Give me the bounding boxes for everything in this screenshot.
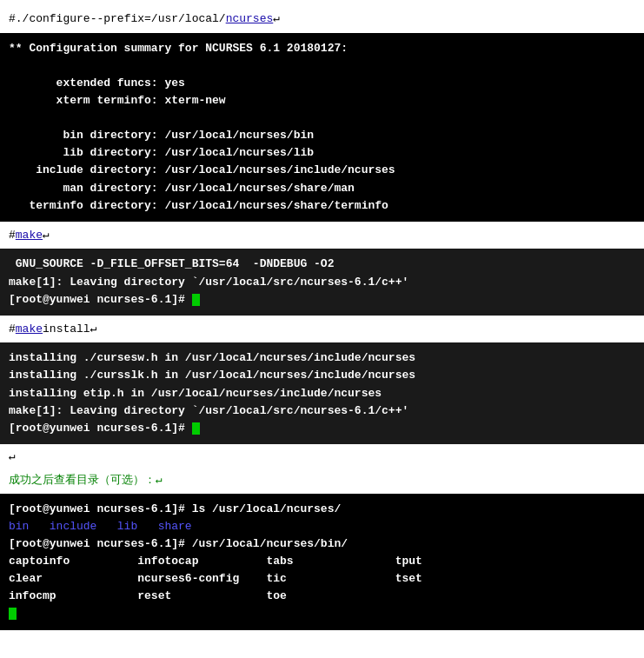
make-cmd-text: make (16, 229, 43, 242)
configure-cmd-text: ./configure--prefix=/usr/local/ (16, 12, 226, 25)
make-gnu-line: GNU_SOURCE -D_FILE_OFFSET_BITS=64 -DNDEB… (9, 257, 408, 305)
config-summary-text: ** Configuration summary for NCURSES 6.1… (9, 42, 395, 212)
ls-prompt-2: [root@yunwei ncurses-6.1]# /usr/local/nc… (9, 537, 422, 602)
make-command-line: #make↵ (0, 223, 644, 248)
make-output-block: GNU_SOURCE -D_FILE_OFFSET_BITS=64 -DNDEB… (0, 249, 644, 315)
chinese-label-text: 成功之后查看目录（可选）：↵ (9, 474, 163, 487)
page-wrapper: #./configure--prefix=/usr/local/ncurses↵… (0, 0, 644, 639)
make-arrow: ↵ (43, 229, 50, 242)
config-summary-block: ** Configuration summary for NCURSES 6.1… (0, 33, 644, 222)
cursor-1 (192, 294, 200, 306)
install-part: install (43, 322, 90, 336)
make-part: make (16, 322, 43, 336)
ls-files: bin include lib share (9, 520, 192, 533)
empty-separator: ↵ (0, 446, 644, 467)
ls-output-block: [root@yunwei ncurses-6.1]# ls /usr/local… (0, 494, 644, 630)
makeinstall-output-block: installing ./cursesw.h in /usr/local/ncu… (0, 342, 644, 444)
makeinstall-arrow: ↵ (90, 322, 97, 336)
configure-command-line: #./configure--prefix=/usr/local/ncurses↵ (0, 7, 644, 31)
cursor-3 (9, 608, 17, 620)
ncurses-underline: ncurses (226, 12, 274, 25)
cursor-2 (192, 422, 200, 435)
make-hash: # (9, 229, 16, 242)
makeinstall-hash: # (9, 322, 16, 336)
makeinstall-output-text: installing ./cursesw.h in /usr/local/ncu… (9, 351, 415, 435)
hash-symbol: # (9, 12, 16, 25)
arrow-symbol: ↵ (273, 12, 280, 25)
ls-prompt-1: [root@yunwei ncurses-6.1]# ls /usr/local… (9, 502, 341, 515)
makeinstall-command-line: #makeinstall↵ (0, 317, 644, 342)
section-label: 成功之后查看目录（可选）：↵ (0, 467, 644, 492)
